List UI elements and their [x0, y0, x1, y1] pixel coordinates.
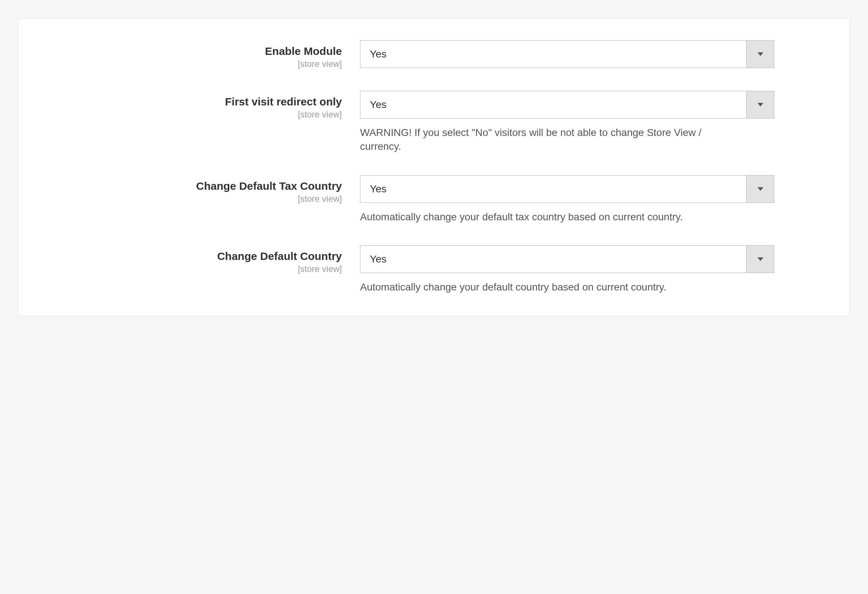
select-value: Yes — [360, 176, 746, 202]
field-scope: [store view] — [40, 109, 342, 120]
field-label-col: Enable Module [store view] — [40, 40, 360, 69]
svg-marker-2 — [757, 187, 763, 191]
field-scope: [store view] — [40, 264, 342, 274]
field-note: Automatically change your default countr… — [360, 280, 745, 294]
field-label-col: First visit redirect only [store view] — [40, 91, 360, 120]
field-row-change-default-tax-country: Change Default Tax Country [store view] … — [40, 175, 828, 224]
field-label-col: Change Default Tax Country [store view] — [40, 175, 360, 204]
chevron-down-icon — [746, 91, 774, 118]
field-row-enable-module: Enable Module [store view] Yes — [40, 40, 828, 69]
select-value: Yes — [360, 246, 746, 273]
svg-marker-0 — [757, 52, 763, 56]
field-control-col: Yes Automatically change your default co… — [360, 245, 774, 294]
svg-marker-1 — [757, 103, 763, 106]
field-row-first-visit-redirect: First visit redirect only [store view] Y… — [40, 91, 828, 154]
svg-marker-3 — [757, 257, 763, 261]
first-visit-redirect-select[interactable]: Yes — [360, 91, 774, 118]
chevron-down-icon — [746, 246, 774, 273]
field-control-col: Yes WARNING! If you select "No" visitors… — [360, 91, 774, 154]
change-default-country-select[interactable]: Yes — [360, 245, 774, 273]
field-label: Change Default Tax Country — [196, 180, 342, 192]
field-label: Enable Module — [265, 45, 342, 57]
field-label: First visit redirect only — [225, 96, 342, 108]
select-value: Yes — [360, 91, 746, 118]
select-value: Yes — [360, 41, 746, 68]
field-row-change-default-country: Change Default Country [store view] Yes … — [40, 245, 828, 294]
settings-panel: Enable Module [store view] Yes First vis… — [18, 18, 850, 316]
field-label-col: Change Default Country [store view] — [40, 245, 360, 274]
chevron-down-icon — [746, 176, 774, 202]
field-note: Automatically change your default tax co… — [360, 210, 745, 224]
change-default-tax-country-select[interactable]: Yes — [360, 175, 774, 203]
chevron-down-icon — [746, 41, 774, 68]
field-label: Change Default Country — [217, 250, 342, 262]
field-control-col: Yes Automatically change your default ta… — [360, 175, 774, 224]
field-note: WARNING! If you select "No" visitors wil… — [360, 126, 745, 154]
field-control-col: Yes — [360, 40, 774, 68]
enable-module-select[interactable]: Yes — [360, 40, 774, 68]
field-scope: [store view] — [40, 194, 342, 204]
field-scope: [store view] — [40, 59, 342, 69]
